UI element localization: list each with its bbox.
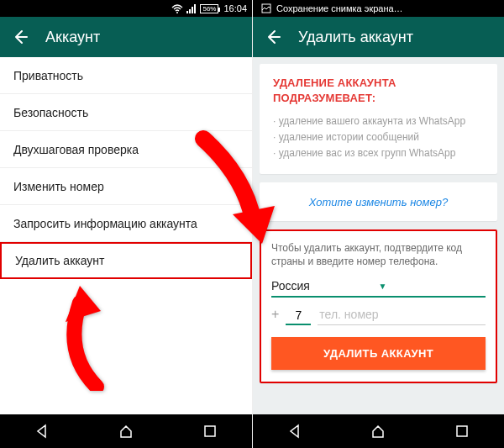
header: Удалить аккаунт <box>253 17 504 57</box>
warning-item: удаление вас из всех групп WhatsApp <box>273 145 484 161</box>
back-icon[interactable] <box>10 27 30 47</box>
page-title: Удалить аккаунт <box>298 29 413 46</box>
warning-item: удаление истории сообщений <box>273 129 484 145</box>
clock: 16:04 <box>223 3 247 13</box>
change-number-card[interactable]: Хотите изменить номер? <box>260 182 497 221</box>
delete-form-card: Чтобы удалить аккаунт, подтвердите код с… <box>260 229 497 384</box>
plus-sign: + <box>271 307 279 325</box>
phone-number-input[interactable] <box>318 304 486 325</box>
warning-list: удаление вашего аккаунта из WhatsApp уда… <box>273 113 484 162</box>
country-selector[interactable]: Россия ▼ <box>271 279 486 298</box>
phone-left: 56% 16:04 Аккаунт Приватность Безопаснос… <box>0 0 252 448</box>
nav-home-icon[interactable] <box>369 422 387 440</box>
svg-rect-1 <box>186 11 188 13</box>
warning-title: УДАЛЕНИЕ АККАУНТА ПОДРАЗУМЕВАЕТ: <box>273 76 484 105</box>
screenshot-icon <box>261 3 271 13</box>
warning-item: удаление вашего аккаунта из WhatsApp <box>273 113 484 129</box>
nav-back-icon[interactable] <box>33 422 51 440</box>
delete-intro: Чтобы удалить аккаунт, подтвердите код с… <box>271 241 486 270</box>
list-item-delete-account[interactable]: Удалить аккаунт <box>0 242 252 279</box>
chevron-down-icon: ▼ <box>379 282 486 291</box>
header: Аккаунт <box>0 17 252 57</box>
nav-recent-icon[interactable] <box>201 422 219 440</box>
phone-row: + <box>271 304 486 325</box>
nav-back-icon[interactable] <box>286 422 304 440</box>
svg-rect-5 <box>205 426 215 436</box>
list-item-request-info[interactable]: Запросить информацию аккаунта <box>0 205 252 242</box>
statusbar: 56% 16:04 <box>0 0 252 17</box>
wifi-icon <box>171 4 183 13</box>
nav-bar <box>253 414 504 448</box>
nav-home-icon[interactable] <box>117 422 135 440</box>
page-title: Аккаунт <box>45 29 100 46</box>
content-pane: УДАЛЕНИЕ АККАУНТА ПОДРАЗУМЕВАЕТ: удалени… <box>253 57 504 414</box>
country-code-input[interactable] <box>286 307 311 325</box>
change-number-link[interactable]: Хотите изменить номер? <box>309 196 448 208</box>
screenshot-pair: 56% 16:04 Аккаунт Приватность Безопаснос… <box>0 0 504 448</box>
list-item-security[interactable]: Безопасность <box>0 94 252 131</box>
country-value: Россия <box>271 279 379 293</box>
signal-icon <box>186 4 197 13</box>
phone-right: Сохранение снимка экрана… Удалить аккаун… <box>252 0 504 448</box>
list-item-two-step[interactable]: Двухшаговая проверка <box>0 131 252 168</box>
nav-bar <box>0 414 252 448</box>
delete-account-button[interactable]: УДАЛИТЬ АККАУНТ <box>271 337 486 370</box>
list-item-change-number[interactable]: Изменить номер <box>0 168 252 205</box>
svg-rect-4 <box>194 4 196 13</box>
svg-point-0 <box>176 12 178 13</box>
svg-rect-7 <box>457 426 467 436</box>
status-text: Сохранение снимка экрана… <box>276 3 403 13</box>
svg-rect-2 <box>189 9 191 13</box>
account-list: Приватность Безопасность Двухшаговая про… <box>0 57 252 414</box>
list-item-privacy[interactable]: Приватность <box>0 57 252 94</box>
svg-rect-3 <box>192 7 193 13</box>
nav-recent-icon[interactable] <box>453 422 471 440</box>
battery-icon: 56% <box>200 4 218 13</box>
statusbar: Сохранение снимка экрана… <box>253 0 504 17</box>
back-icon[interactable] <box>263 27 283 47</box>
warning-card: УДАЛЕНИЕ АККАУНТА ПОДРАЗУМЕВАЕТ: удалени… <box>260 64 497 174</box>
